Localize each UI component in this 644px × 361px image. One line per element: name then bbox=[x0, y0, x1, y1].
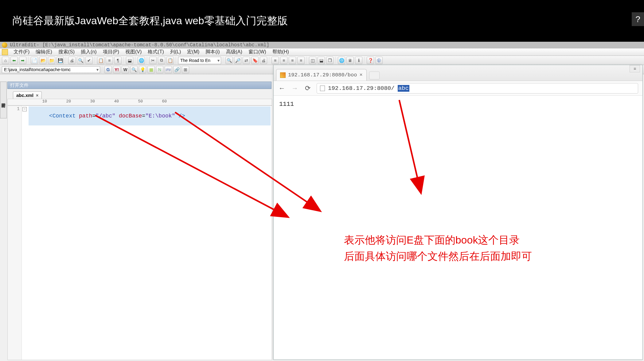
browser-tab-strip: 192.168.17.29:8080/boo × bbox=[274, 65, 642, 81]
spell-check-icon[interactable]: ✔ bbox=[85, 57, 93, 64]
align-right-icon[interactable]: ≡ bbox=[289, 57, 296, 64]
menu-script[interactable]: 脚本(i) bbox=[202, 49, 223, 55]
info-icon[interactable]: ℹ bbox=[355, 57, 362, 64]
cascade-icon[interactable]: ❐ bbox=[326, 57, 334, 64]
side-panel-tab[interactable]: 对开窗图 bbox=[0, 82, 7, 118]
file-tab-abc-xml[interactable]: abc.xml × bbox=[13, 91, 42, 99]
align-justify-icon[interactable]: ≡ bbox=[297, 57, 305, 64]
menu-macro[interactable]: 宏(M) bbox=[184, 49, 202, 55]
browser-menu-button[interactable]: ≡ bbox=[630, 65, 640, 72]
google-icon[interactable]: G bbox=[104, 66, 112, 73]
path-dropdown[interactable]: E:\java_install\tomcat\apache-tomc bbox=[2, 66, 100, 73]
theme-combo[interactable]: The Road to En bbox=[178, 57, 221, 64]
code-tag-name: Context bbox=[53, 113, 76, 119]
search-icon[interactable]: 🔍 bbox=[130, 66, 138, 73]
new-tab-button[interactable] bbox=[369, 71, 380, 79]
browser-viewport: 1111 bbox=[274, 96, 642, 113]
about-icon[interactable]: 🛈 bbox=[375, 57, 383, 64]
align-center-icon[interactable]: ≡ bbox=[280, 57, 287, 64]
cut-icon[interactable]: ✂ bbox=[149, 57, 157, 64]
list-icon[interactable]: ≡ bbox=[106, 57, 113, 64]
split-h-icon[interactable]: ◫ bbox=[309, 57, 316, 64]
web-icon[interactable]: 🌐 bbox=[138, 57, 145, 64]
menu-column[interactable]: 列(L) bbox=[167, 49, 184, 55]
bookmark-icon[interactable]: 🔖 bbox=[251, 57, 259, 64]
code-close-bracket: /> bbox=[175, 113, 185, 119]
hex-icon[interactable]: ¶ bbox=[114, 57, 122, 64]
ruler: 10 20 30 40 50 60 bbox=[7, 99, 272, 106]
save-icon[interactable]: 💾 bbox=[57, 57, 64, 64]
code-attr-docbase: docBase bbox=[119, 113, 142, 119]
watermark-icon bbox=[613, 333, 638, 355]
menu-view[interactable]: 视图(V) bbox=[122, 49, 145, 55]
menu-project[interactable]: 项目(P) bbox=[100, 49, 122, 55]
globe-icon[interactable]: 🌐 bbox=[338, 57, 345, 64]
menu-edit[interactable]: 编辑(E) bbox=[33, 49, 55, 55]
print2-icon[interactable]: 🖨 bbox=[260, 57, 267, 64]
print-icon[interactable]: 🖨 bbox=[68, 57, 76, 64]
link-icon[interactable]: 🔗 bbox=[173, 66, 181, 73]
code-attr-path: path bbox=[79, 113, 92, 119]
menu-bar: 文件(F) 编辑(E) 搜索(S) 插入(n) 项目(P) 视图(V) 格式(T… bbox=[0, 48, 644, 56]
code-line-1[interactable]: <Context path="/abc" docBase="E:\book" /… bbox=[29, 106, 271, 125]
back-icon[interactable]: ⬅ bbox=[10, 57, 18, 64]
open-icon[interactable]: 📂 bbox=[39, 57, 47, 64]
align-left-icon[interactable]: ≡ bbox=[271, 57, 279, 64]
nav-back-icon[interactable]: ← bbox=[278, 84, 286, 92]
code-editor[interactable]: 1 − <Context path="/abc" docBase="E:\boo… bbox=[7, 106, 272, 360]
menu-format[interactable]: 格式(T) bbox=[145, 49, 167, 55]
browser-tab-close-icon[interactable]: × bbox=[359, 72, 362, 78]
copy-icon[interactable]: 📋 bbox=[97, 57, 104, 64]
file-tabs: abc.xml × bbox=[13, 90, 42, 99]
annotation-text: 表示他将访问E盘下面的book这个目录 后面具体访问哪个文件然后在后面加即可 bbox=[344, 232, 532, 264]
help-icon[interactable]: ❓ bbox=[367, 57, 374, 64]
replace-icon[interactable]: ⇄ bbox=[243, 57, 250, 64]
monitor-icon[interactable]: 🖥 bbox=[346, 57, 354, 64]
menu-insert[interactable]: 插入(n) bbox=[78, 49, 100, 55]
yahoo-icon[interactable]: Y! bbox=[113, 66, 120, 73]
toggle-icon[interactable]: ⬓ bbox=[126, 57, 133, 64]
title-path: - [E:\java_install\tomcat\apache-tomcat-… bbox=[36, 42, 269, 48]
note-icon[interactable]: N bbox=[156, 66, 163, 73]
browser-window: ≡ 192.168.17.29:8080/boo × ← → ⟳ 192.168… bbox=[273, 65, 643, 360]
windows-icon[interactable]: ⊞ bbox=[182, 66, 189, 73]
forward-icon[interactable]: ➡ bbox=[19, 57, 26, 64]
fold-marker-icon[interactable]: − bbox=[22, 107, 27, 111]
page-icon bbox=[320, 86, 325, 91]
ultraedit-titlebar: UltraEdit - [E:\java_install\tomcat\apac… bbox=[0, 42, 644, 48]
split-v-icon[interactable]: ⬓ bbox=[318, 57, 325, 64]
desktop-area: UltraEdit - [E:\java_install\tomcat\apac… bbox=[0, 42, 644, 361]
menu-help[interactable]: 帮助(H) bbox=[269, 49, 292, 55]
address-bar[interactable]: 192.168.17.29:8080/abc bbox=[317, 83, 638, 94]
nav-forward-icon[interactable]: → bbox=[291, 84, 299, 92]
ultraedit-icon bbox=[2, 42, 7, 48]
close-icon[interactable]: 📁 bbox=[48, 57, 55, 64]
file-tab-label: abc.xml bbox=[16, 93, 33, 98]
paste-icon[interactable]: 📋 bbox=[166, 57, 174, 64]
wikipedia-icon[interactable]: W bbox=[122, 66, 129, 73]
menu-window[interactable]: 窗口(W) bbox=[245, 49, 269, 55]
menu-advanced[interactable]: 高级(A) bbox=[223, 49, 245, 55]
file-tab-close-icon[interactable]: × bbox=[36, 93, 38, 98]
home-icon[interactable]: ⌂ bbox=[2, 57, 9, 64]
php-icon[interactable]: php bbox=[165, 66, 172, 73]
favicon-icon bbox=[280, 72, 286, 78]
menu-search[interactable]: 搜索(S) bbox=[55, 49, 78, 55]
find-icon[interactable]: 🔍 bbox=[225, 57, 233, 64]
browser-toolbar: ← → ⟳ 192.168.17.29:8080/abc bbox=[274, 81, 642, 96]
app-name: UltraEdit bbox=[10, 42, 36, 48]
menu-file[interactable]: 文件(F) bbox=[10, 49, 33, 55]
document-icon bbox=[2, 49, 8, 55]
theme-combo-value: The Road to En bbox=[180, 58, 210, 63]
open-files-header: 打开文件 bbox=[7, 82, 271, 89]
bulb-icon[interactable]: 💡 bbox=[139, 66, 146, 73]
nav-reload-icon[interactable]: ⟳ bbox=[304, 84, 312, 92]
new-file-icon[interactable]: 📄 bbox=[31, 57, 38, 64]
copy2-icon[interactable]: ⧉ bbox=[158, 57, 165, 64]
print-preview-icon[interactable]: 🔍 bbox=[77, 57, 84, 64]
video-help-button[interactable]: ? bbox=[632, 12, 644, 26]
code-val-path: "/abc" bbox=[96, 113, 115, 119]
find-next-icon[interactable]: 🔎 bbox=[234, 57, 241, 64]
browser-tab[interactable]: 192.168.17.29:8080/boo × bbox=[276, 69, 367, 81]
tag-icon[interactable]: ▦ bbox=[147, 66, 155, 73]
